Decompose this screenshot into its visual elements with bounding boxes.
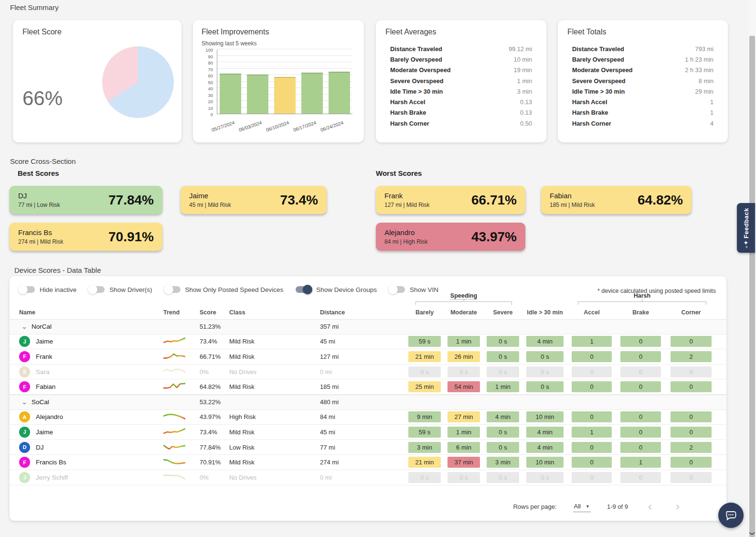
score-card-frank[interactable]: Frank 127 mi | Mild Risk 66.71% xyxy=(376,186,525,214)
score-card-francis-bs[interactable]: Francis Bs 274 mi | Mild Risk 70.91% xyxy=(10,223,162,251)
column-header-corner[interactable]: Corner xyxy=(665,309,717,316)
stat-value: 4 xyxy=(710,120,713,127)
speeding-column-group: Speeding xyxy=(405,292,522,305)
group-name: SoCal xyxy=(32,398,49,406)
group-score: 51.23% xyxy=(200,323,229,330)
score-card-sub: 84 mi | High Risk xyxy=(384,238,427,245)
driver-distance: 77 mi xyxy=(320,444,405,451)
bar-06-17-2024 xyxy=(301,73,323,114)
cell-severe: 4 min xyxy=(483,411,522,422)
cell-brake: 0 xyxy=(616,411,665,422)
stat-value: 1 xyxy=(710,98,713,106)
score-card-pct: 66.71% xyxy=(471,193,517,208)
cell-idle: 0 s xyxy=(522,351,567,362)
score-card-pct: 64.82% xyxy=(638,193,683,208)
stat-row: Idle Time > 30 min 29 min xyxy=(572,86,713,97)
column-header-score[interactable]: Score xyxy=(200,309,229,316)
cell-moderate: 6 min xyxy=(444,442,483,453)
column-header-accel[interactable]: Accel xyxy=(567,309,616,316)
cell-brake: 0 xyxy=(616,442,665,453)
column-header-trend[interactable]: Trend xyxy=(163,309,200,316)
harsh-group-label: Harsh xyxy=(567,292,717,299)
column-header-brake[interactable]: Brake xyxy=(616,309,665,316)
stat-label: Harsh Accel xyxy=(390,98,426,106)
stat-value: 1 xyxy=(710,109,713,116)
group-row-socal[interactable]: ⌄SoCal 53.22% 480 mi xyxy=(10,395,726,410)
driver-name: Francis Bs xyxy=(36,459,66,466)
driver-row-francis-bs[interactable]: FFrancis Bs 70.91% Mild Risk 274 mi 21 m… xyxy=(10,455,726,470)
score-card-name: Francis Bs xyxy=(18,228,63,236)
trend-sparkline xyxy=(163,427,200,437)
column-header-barely[interactable]: Barely xyxy=(405,309,444,316)
driver-score: 66.71% xyxy=(200,353,229,360)
avatar: S xyxy=(19,366,30,377)
cell-idle: 4 min xyxy=(522,427,567,438)
cell-moderate: 0 s xyxy=(444,366,483,377)
stat-row: Harsh Brake 1 xyxy=(572,107,713,118)
chat-button[interactable] xyxy=(718,503,744,528)
score-card-pct: 77.84% xyxy=(108,193,154,208)
cell-severe: 3 min xyxy=(483,457,522,468)
driver-row-fabian[interactable]: FFabian 64.82% Mild Risk 185 mi 25 min54… xyxy=(10,379,726,395)
page-scrollbar[interactable] xyxy=(748,0,756,537)
trend-sparkline xyxy=(163,352,200,362)
driver-row-alejandro[interactable]: AAlejandro 43.97% High Risk 84 mi 9 min2… xyxy=(10,410,726,425)
column-header-distance[interactable]: Distance xyxy=(320,309,405,316)
fleet-totals-card: Fleet Totals Distance Traveled 793 mi Ba… xyxy=(558,20,728,142)
driver-name: Jaime xyxy=(36,429,53,436)
chevron-down-icon[interactable]: ⌄ xyxy=(21,399,27,406)
fleet-improvements-subtitle: Showing last 5 weeks xyxy=(202,40,355,47)
driver-row-jaime[interactable]: JJaime 73.4% Mild Risk 45 mi 59 s1 min0 … xyxy=(10,334,726,350)
column-header-name[interactable]: Name xyxy=(19,309,163,316)
avatar: F xyxy=(19,351,30,362)
prev-page-button[interactable]: ‹ xyxy=(644,501,656,512)
driver-distance: 0 mi xyxy=(320,474,405,481)
driver-row-jerry-schiff[interactable]: JJerry Schiff 0% No Drives 0 mi 0 s0 s0 … xyxy=(10,470,726,485)
stat-value: 3 min xyxy=(517,88,532,95)
column-header-idle[interactable]: Idle > 30 min xyxy=(522,309,567,316)
stat-label: Barely Overspeed xyxy=(572,56,624,63)
next-page-button[interactable]: › xyxy=(672,501,683,512)
avatar: J xyxy=(19,427,30,438)
cell-idle: 10 min xyxy=(522,457,567,468)
cell-accel: 1 xyxy=(567,336,616,347)
cell-accel: 0 xyxy=(567,472,616,483)
best-scores-heading: Best Scores xyxy=(18,169,59,177)
score-card-fabian[interactable]: Fabian 185 mi | Mild Risk 64.82% xyxy=(541,186,692,214)
driver-row-frank[interactable]: FFrank 66.71% Mild Risk 127 mi 21 min26 … xyxy=(10,349,726,365)
cell-accel: 1 xyxy=(567,427,616,438)
chevron-down-icon[interactable]: ⌄ xyxy=(21,323,27,330)
device-table-title: Device Scores - Data Table xyxy=(14,266,101,274)
score-card-dj[interactable]: DJ 77 mi | Low Risk 77.84% xyxy=(10,186,162,214)
column-header-moderate[interactable]: Moderate xyxy=(444,309,483,316)
driver-distance: 45 mi xyxy=(320,429,405,436)
fleet-improvements-title: Fleet Improvements xyxy=(202,28,355,36)
stat-row: Harsh Corner 4 xyxy=(572,118,713,129)
avatar: D xyxy=(19,442,30,453)
cell-moderate: 1 min xyxy=(444,336,483,347)
feedback-tab[interactable]: Feedback ✦⁺ xyxy=(737,203,755,253)
stat-value: 0.13 xyxy=(520,98,532,106)
stat-value: 0.50 xyxy=(520,120,532,127)
stat-label: Harsh Brake xyxy=(572,109,608,116)
driver-row-sara[interactable]: SSara 0% No Drives 0 mi 0 s0 s0 s0 s000 xyxy=(10,365,726,380)
stat-label: Harsh Corner xyxy=(390,120,429,127)
score-card-alejandro[interactable]: Alejandro 84 mi | High Risk 43.97% xyxy=(376,223,525,251)
column-header-class[interactable]: Class xyxy=(229,309,320,316)
driver-distance: 127 mi xyxy=(320,353,405,360)
scrollbar-thumb[interactable] xyxy=(749,36,755,537)
stat-value: 19 min xyxy=(514,66,532,74)
stat-row: Harsh Corner 0.50 xyxy=(390,118,532,129)
stat-label: Severe Overspeed xyxy=(390,77,444,85)
score-card-name: DJ xyxy=(18,192,60,200)
fleet-averages-title: Fleet Averages xyxy=(385,28,537,36)
column-header-severe[interactable]: Severe xyxy=(483,309,522,316)
group-row-norcal[interactable]: ⌄NorCal 51.23% 357 mi xyxy=(10,319,726,334)
cell-accel: 0 xyxy=(567,366,616,377)
rows-per-page-select[interactable]: All ▼ xyxy=(573,501,591,512)
driver-row-jaime[interactable]: JJaime 73.4% Mild Risk 45 mi 59 s1 min0 … xyxy=(10,425,726,440)
driver-row-dj[interactable]: DDJ 77.84% Low Risk 77 mi 3 min6 min0 s4… xyxy=(10,440,726,455)
cell-severe: 0 s xyxy=(483,336,522,347)
feedback-label: Feedback xyxy=(743,208,750,238)
score-card-jaime[interactable]: Jaime 45 mi | Mild Risk 73.4% xyxy=(181,186,327,214)
